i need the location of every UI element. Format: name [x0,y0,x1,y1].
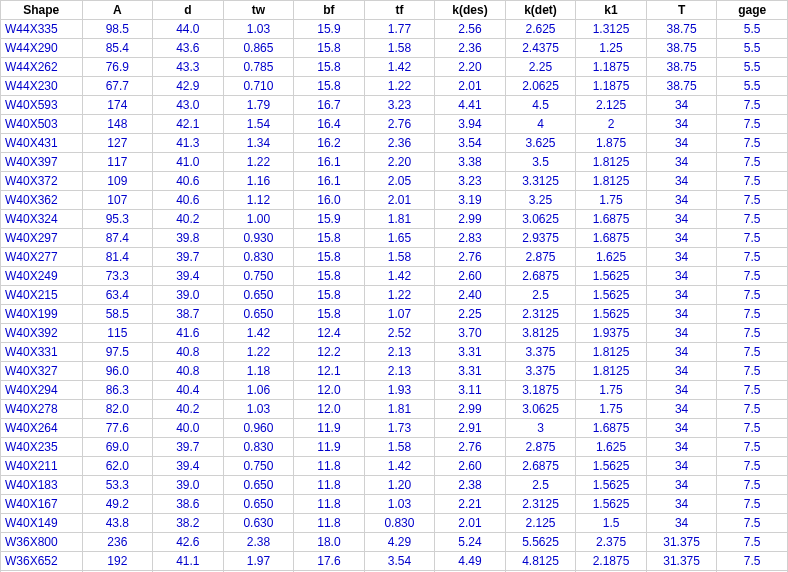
value-cell: 12.4 [294,324,365,343]
value-cell: 127 [82,134,153,153]
value-cell: 2.25 [435,305,506,324]
col-header-k1: k1 [576,1,647,20]
value-cell: 174 [82,96,153,115]
value-cell: 34 [646,324,717,343]
value-cell: 1.5625 [576,267,647,286]
value-cell: 0.830 [223,438,294,457]
value-cell: 2.60 [435,267,506,286]
value-cell: 3.0625 [505,210,576,229]
table-body: W44X33598.544.01.0315.91.772.562.6251.31… [1,20,788,573]
value-cell: 11.9 [294,419,365,438]
value-cell: 1.34 [223,134,294,153]
value-cell: 1.9375 [576,324,647,343]
value-cell: 5.5 [717,20,788,39]
value-cell: 3.23 [435,172,506,191]
value-cell: 2.36 [364,134,435,153]
shape-cell: W40X149 [1,514,83,533]
value-cell: 85.4 [82,39,153,58]
value-cell: 0.865 [223,39,294,58]
value-cell: 0.650 [223,495,294,514]
value-cell: 2.56 [435,20,506,39]
table-row: W40X50314842.11.5416.42.763.9442347.5 [1,115,788,134]
value-cell: 34 [646,438,717,457]
table-row: W36X80023642.62.3818.04.295.245.56252.37… [1,533,788,552]
shape-cell: W40X211 [1,457,83,476]
value-cell: 34 [646,210,717,229]
value-cell: 1.5625 [576,476,647,495]
col-header-d: d [153,1,224,20]
value-cell: 44.0 [153,20,224,39]
value-cell: 7.5 [717,267,788,286]
col-header-kdes: k(des) [435,1,506,20]
value-cell: 1.42 [223,324,294,343]
value-cell: 1.1875 [576,77,647,96]
value-cell: 3.11 [435,381,506,400]
value-cell: 63.4 [82,286,153,305]
value-cell: 0.830 [223,248,294,267]
shape-cell: W40X235 [1,438,83,457]
table-row: W40X32495.340.21.0015.91.812.993.06251.6… [1,210,788,229]
value-cell: 2.4375 [505,39,576,58]
value-cell: 39.8 [153,229,224,248]
value-cell: 76.9 [82,58,153,77]
value-cell: 1.00 [223,210,294,229]
value-cell: 1.8125 [576,362,647,381]
value-cell: 2.25 [505,58,576,77]
value-cell: 1.625 [576,438,647,457]
value-cell: 2.13 [364,343,435,362]
value-cell: 7.5 [717,229,788,248]
shape-cell: W40X593 [1,96,83,115]
value-cell: 2.875 [505,248,576,267]
value-cell: 34 [646,514,717,533]
value-cell: 42.9 [153,77,224,96]
col-header-bf: bf [294,1,365,20]
value-cell: 34 [646,476,717,495]
value-cell: 2.875 [505,438,576,457]
value-cell: 192 [82,552,153,571]
value-cell: 1.54 [223,115,294,134]
shape-cell: W40X331 [1,343,83,362]
value-cell: 3.94 [435,115,506,134]
value-cell: 7.5 [717,552,788,571]
value-cell: 15.9 [294,20,365,39]
shape-cell: W40X397 [1,153,83,172]
value-cell: 43.3 [153,58,224,77]
value-cell: 11.8 [294,476,365,495]
shape-cell: W40X297 [1,229,83,248]
value-cell: 15.8 [294,248,365,267]
value-cell: 0.630 [223,514,294,533]
value-cell: 41.6 [153,324,224,343]
value-cell: 2.38 [223,533,294,552]
value-cell: 1.73 [364,419,435,438]
value-cell: 2.375 [576,533,647,552]
table-row: W40X33197.540.81.2212.22.133.313.3751.81… [1,343,788,362]
value-cell: 34 [646,286,717,305]
value-cell: 2.5 [505,476,576,495]
value-cell: 2.21 [435,495,506,514]
table-row: W40X27781.439.70.83015.81.582.762.8751.6… [1,248,788,267]
shape-cell: W44X290 [1,39,83,58]
value-cell: 39.7 [153,438,224,457]
value-cell: 4.8125 [505,552,576,571]
value-cell: 96.0 [82,362,153,381]
value-cell: 0.650 [223,305,294,324]
value-cell: 7.5 [717,419,788,438]
value-cell: 5.5 [717,77,788,96]
shape-cell: W40X431 [1,134,83,153]
value-cell: 11.8 [294,495,365,514]
value-cell: 2.125 [505,514,576,533]
value-cell: 2.1875 [576,552,647,571]
value-cell: 3.25 [505,191,576,210]
value-cell: 38.75 [646,39,717,58]
value-cell: 2.0625 [505,77,576,96]
value-cell: 18.0 [294,533,365,552]
table-row: W44X29085.443.60.86515.81.582.362.43751.… [1,39,788,58]
value-cell: 69.0 [82,438,153,457]
value-cell: 7.5 [717,514,788,533]
table-row: W44X23067.742.90.71015.81.222.012.06251.… [1,77,788,96]
value-cell: 0.785 [223,58,294,77]
shape-properties-table: ShapeAdtwbftfk(des)k(det)k1Tgage W44X335… [0,0,788,572]
value-cell: 7.5 [717,324,788,343]
value-cell: 16.1 [294,172,365,191]
value-cell: 3.375 [505,362,576,381]
